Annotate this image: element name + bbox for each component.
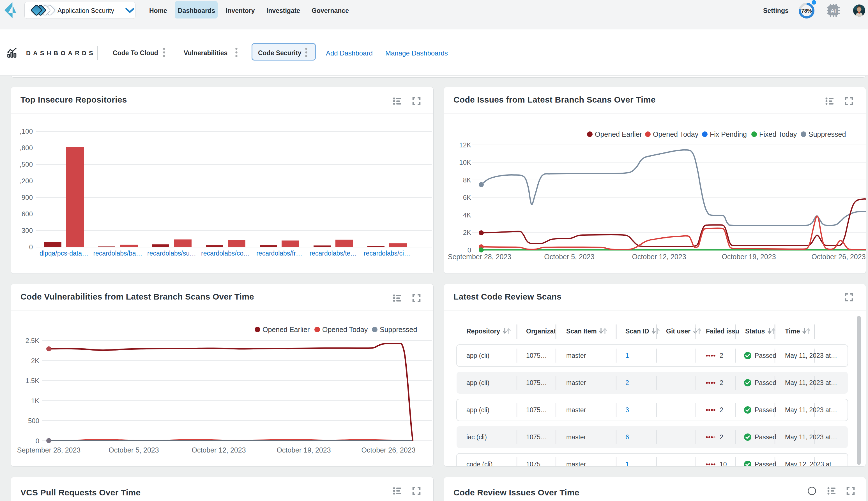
svg-text:May 11, 2023 at…: May 11, 2023 at… xyxy=(785,352,837,359)
svg-text:dlpqa/pcs-data…: dlpqa/pcs-data… xyxy=(40,250,88,257)
svg-text:app (cli): app (cli) xyxy=(467,379,489,386)
svg-text:Failed issu: Failed issu xyxy=(706,328,739,335)
svg-text:Opened Earlier: Opened Earlier xyxy=(595,130,642,138)
svg-text:Time: Time xyxy=(785,328,800,335)
svg-text:Fix Pending: Fix Pending xyxy=(710,130,747,138)
svg-text:Status: Status xyxy=(745,328,765,335)
svg-text:2K: 2K xyxy=(463,228,471,236)
svg-text:Repository: Repository xyxy=(467,328,500,335)
svg-text:AI: AI xyxy=(831,8,836,14)
svg-text:code (cli): code (cli) xyxy=(467,461,492,467)
svg-text:Fixed Today: Fixed Today xyxy=(759,130,797,138)
svg-text:iac (cli): iac (cli) xyxy=(467,434,487,441)
svg-text:Opened Earlier: Opened Earlier xyxy=(262,326,310,333)
svg-text:recardolabs/te…: recardolabs/te… xyxy=(310,250,357,257)
svg-text:October 26, 2023: October 26, 2023 xyxy=(361,446,415,454)
svg-text:10K: 10K xyxy=(459,159,471,166)
svg-text:2: 2 xyxy=(720,406,723,414)
svg-text:Passed: Passed xyxy=(755,352,776,359)
svg-text:2: 2 xyxy=(720,434,723,441)
svg-text:Suppressed: Suppressed xyxy=(380,326,417,333)
svg-text:4K: 4K xyxy=(463,211,471,219)
svg-text:October 26, 2023: October 26, 2023 xyxy=(811,253,866,260)
svg-text:10: 10 xyxy=(720,461,727,467)
svg-text:Passed: Passed xyxy=(755,379,776,386)
svg-text:Scan ID: Scan ID xyxy=(625,328,649,335)
svg-text:Suppressed: Suppressed xyxy=(808,130,846,138)
svg-text:1075…: 1075… xyxy=(526,379,547,386)
svg-text:October 19, 2023: October 19, 2023 xyxy=(276,446,331,454)
svg-text:Opened Today: Opened Today xyxy=(653,130,699,138)
svg-text:master: master xyxy=(566,406,586,414)
svg-text:October 5, 2023: October 5, 2023 xyxy=(108,446,159,454)
svg-text:recardolabs/fr…: recardolabs/fr… xyxy=(256,250,302,257)
svg-text:recardolabs/su…: recardolabs/su… xyxy=(147,250,196,257)
svg-text:1.5K: 1.5K xyxy=(25,377,39,384)
svg-text:May 11, 2023 at…: May 11, 2023 at… xyxy=(785,406,837,414)
svg-text:September 28, 2023: September 28, 2023 xyxy=(17,446,81,454)
svg-text:app (cli): app (cli) xyxy=(467,352,489,359)
svg-text:2K: 2K xyxy=(31,357,39,364)
svg-text:500: 500 xyxy=(28,417,39,425)
svg-text:October 12, 2023: October 12, 2023 xyxy=(632,253,686,260)
svg-text:Git user: Git user xyxy=(666,328,690,335)
svg-text:master: master xyxy=(566,461,586,467)
svg-text:2.5K: 2.5K xyxy=(25,337,39,344)
svg-text:1: 1 xyxy=(625,352,629,359)
svg-text:September 28, 2023: September 28, 2023 xyxy=(448,253,512,260)
svg-text:3: 3 xyxy=(625,406,629,414)
svg-text:master: master xyxy=(566,352,586,359)
svg-text:,800: ,800 xyxy=(20,144,33,152)
svg-text:1: 1 xyxy=(625,461,629,467)
svg-text:600: 600 xyxy=(22,210,33,218)
svg-text:2: 2 xyxy=(720,352,723,359)
svg-text:app (cli): app (cli) xyxy=(467,406,489,414)
svg-text:recardolabs/ci…: recardolabs/ci… xyxy=(364,250,410,257)
svg-text:October 19, 2023: October 19, 2023 xyxy=(722,253,776,260)
svg-text:2: 2 xyxy=(720,379,723,386)
svg-text:Opened Today: Opened Today xyxy=(322,326,368,333)
svg-text:6K: 6K xyxy=(463,194,471,201)
svg-text:October 5, 2023: October 5, 2023 xyxy=(544,253,594,260)
svg-text:Organizat: Organizat xyxy=(526,328,556,335)
svg-text:Scan Item: Scan Item xyxy=(566,328,597,335)
svg-text:recardolabs/co…: recardolabs/co… xyxy=(201,250,250,257)
svg-text:,500: ,500 xyxy=(20,161,33,168)
svg-text:0: 0 xyxy=(29,243,33,251)
svg-text:Passed: Passed xyxy=(755,461,776,467)
svg-text:1075…: 1075… xyxy=(526,434,547,441)
svg-text:master: master xyxy=(566,434,586,441)
svg-text:Passed: Passed xyxy=(755,434,776,441)
svg-text:1075…: 1075… xyxy=(526,406,547,414)
svg-text:October 12, 2023: October 12, 2023 xyxy=(191,446,246,454)
svg-text:master: master xyxy=(566,379,586,386)
svg-text:78%: 78% xyxy=(801,8,812,14)
svg-text:0: 0 xyxy=(35,437,39,445)
svg-text:1K: 1K xyxy=(31,397,39,405)
svg-text:12K: 12K xyxy=(459,141,471,149)
svg-text:300: 300 xyxy=(22,227,33,234)
svg-text:May 11, 2023 at…: May 11, 2023 at… xyxy=(785,434,837,441)
svg-text:6: 6 xyxy=(625,434,629,441)
svg-text:2: 2 xyxy=(625,379,629,386)
svg-text:Passed: Passed xyxy=(755,406,776,414)
svg-text:1075…: 1075… xyxy=(526,461,547,467)
svg-text:,100: ,100 xyxy=(20,128,33,135)
svg-text:,200: ,200 xyxy=(20,177,33,185)
svg-text:May 11, 2023 at…: May 11, 2023 at… xyxy=(785,379,837,386)
svg-text:recardolabs/ba…: recardolabs/ba… xyxy=(93,250,142,257)
svg-text:1075…: 1075… xyxy=(526,352,547,359)
svg-text:May 12, 2023 at…: May 12, 2023 at… xyxy=(785,461,838,467)
svg-text:8K: 8K xyxy=(463,176,471,184)
svg-text:900: 900 xyxy=(22,194,33,201)
